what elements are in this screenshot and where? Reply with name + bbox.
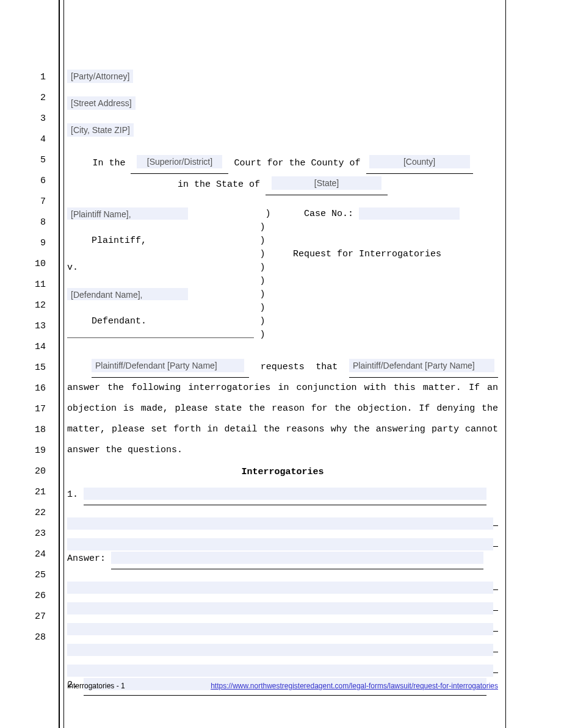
answer-1-line-1[interactable]: [111, 552, 483, 564]
line-number: 27: [27, 607, 46, 627]
line-number: 26: [27, 586, 46, 607]
plaintiff-name-field[interactable]: [Plaintiff Name],: [67, 207, 188, 220]
answer-label: Answer:: [67, 553, 106, 564]
line-number: 19: [27, 441, 46, 461]
footer-url-link[interactable]: https://www.northwestregisteredagent.com…: [211, 682, 498, 690]
case-caption: [Plaintiff Name], ) Case No.: ) Plaintif…: [67, 207, 498, 342]
street-address-field[interactable]: [Street Address]: [67, 96, 136, 110]
court-line: In the [Superior/District] Court for the…: [67, 153, 498, 174]
line-number: 14: [27, 337, 46, 358]
line-number: 4: [27, 129, 46, 150]
line-number: 23: [27, 524, 46, 544]
court-sub-line: in the State of [State]: [67, 174, 498, 195]
line-number: 1: [27, 67, 46, 88]
answer-1-line-2[interactable]: [67, 582, 493, 594]
party-attorney-field[interactable]: [Party/Attorney]: [67, 70, 133, 83]
line-number: 12: [27, 295, 46, 316]
line-number: 6: [27, 171, 46, 192]
interrogatory-1-line-2[interactable]: [67, 517, 493, 530]
page-footer: Interrogatories - 1 https://www.northwes…: [67, 682, 498, 690]
line-number: 18: [27, 420, 46, 441]
caption-separator: __________________________________: [67, 328, 256, 342]
request-body-text: answer the following interrogatories in …: [67, 383, 498, 455]
line-number: 17: [27, 399, 46, 420]
court-type-field[interactable]: [Superior/District]: [137, 155, 222, 168]
doc-title: Request for Interrogatories: [269, 248, 476, 261]
answer-1-line-4[interactable]: [67, 623, 493, 635]
line-number: 5: [27, 150, 46, 171]
versus-label: v.: [67, 261, 256, 275]
court-for-label: Court for the County of: [234, 158, 360, 168]
in-state-label: in the State of: [178, 179, 260, 190]
interrogatory-item-1: 1.: [67, 484, 498, 505]
plaintiff-label: Plaintiff,: [67, 234, 256, 248]
case-no-label: Case No.:: [304, 209, 353, 219]
interrogatories-heading: Interrogatories: [67, 462, 498, 483]
item-1-label: 1.: [67, 489, 78, 500]
city-state-zip-field[interactable]: [City, State ZIP]: [67, 123, 134, 137]
case-no-field[interactable]: [359, 207, 460, 220]
answer-1-line-3[interactable]: [67, 602, 493, 614]
vertical-double-rule: [59, 0, 64, 728]
state-field[interactable]: [State]: [272, 176, 381, 190]
line-number: 7: [27, 192, 46, 212]
header-block: [Party/Attorney] [Street Address] [City,…: [67, 67, 498, 142]
county-field[interactable]: [County]: [369, 155, 470, 168]
line-number: 8: [27, 212, 46, 233]
answer-1-line-5[interactable]: [67, 644, 493, 656]
line-number: 16: [27, 378, 46, 399]
defendant-label: Defendant.: [67, 315, 256, 328]
document-content: [Party/Attorney] [Street Address] [City,…: [67, 67, 498, 696]
line-number: 2: [27, 88, 46, 109]
requests-that-label: requests that: [261, 362, 338, 372]
defendant-name-field[interactable]: [Defendant Name],: [67, 288, 188, 300]
request-paragraph: Plaintiff/Defendant [Party Name] request…: [67, 356, 498, 461]
line-number-gutter: 1 2 3 4 5 6 7 8 9 10 11 12 13 14 15 16 1…: [27, 67, 46, 648]
line-number: 15: [27, 358, 46, 378]
interrogatory-1-line-1[interactable]: [84, 488, 486, 500]
line-number: 22: [27, 503, 46, 524]
line-number: 20: [27, 461, 46, 482]
requestee-field[interactable]: Plaintiff/Defendant [Party Name]: [349, 359, 494, 372]
answer-item-1: Answer:: [67, 548, 498, 569]
line-number: 28: [27, 627, 46, 648]
line-number: 10: [27, 254, 46, 275]
line-number: 9: [27, 233, 46, 254]
vertical-right-rule: [505, 0, 506, 728]
footer-left: Interrogatories - 1: [67, 682, 125, 690]
line-number: 25: [27, 565, 46, 586]
in-the-label: In the: [92, 158, 125, 168]
line-number: 21: [27, 482, 46, 503]
document-page: 1 2 3 4 5 6 7 8 9 10 11 12 13 14 15 16 1…: [0, 0, 564, 728]
line-number: 11: [27, 275, 46, 295]
line-number: 24: [27, 544, 46, 565]
requester-field[interactable]: Plaintiff/Defendant [Party Name]: [92, 359, 244, 372]
line-number: 13: [27, 316, 46, 337]
line-number: 3: [27, 109, 46, 129]
